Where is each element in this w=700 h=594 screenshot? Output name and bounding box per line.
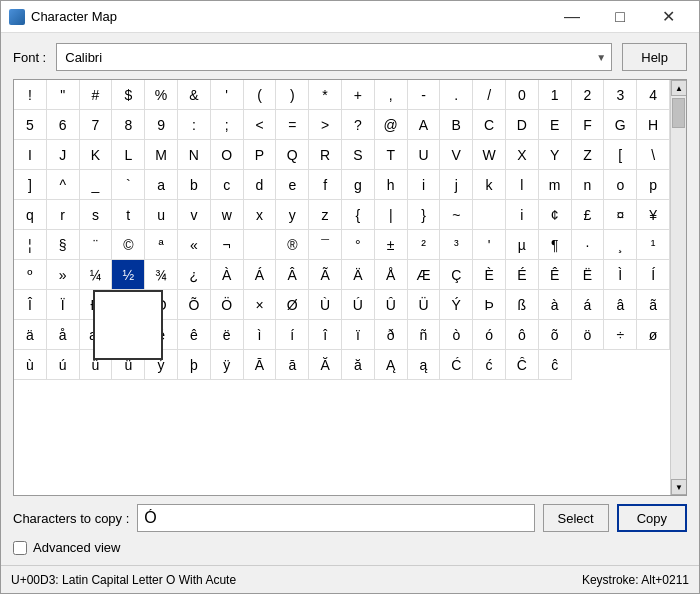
char-cell[interactable]: 2 xyxy=(572,80,605,110)
char-cell[interactable]: - xyxy=(408,80,441,110)
char-cell[interactable]: « xyxy=(178,230,211,260)
char-cell[interactable]: W xyxy=(473,140,506,170)
char-cell[interactable]: ³ xyxy=(440,230,473,260)
char-cell[interactable]: " xyxy=(47,80,80,110)
char-cell[interactable]: Ð xyxy=(80,290,113,320)
char-cell[interactable]: / xyxy=(473,80,506,110)
help-button[interactable]: Help xyxy=(622,43,687,71)
char-cell[interactable]: 8 xyxy=(112,110,145,140)
char-cell[interactable]: ð xyxy=(375,320,408,350)
char-cell[interactable]: Ă xyxy=(309,350,342,380)
char-cell[interactable]: F xyxy=(572,110,605,140)
char-cell[interactable]: ' xyxy=(473,230,506,260)
char-cell[interactable]: ? xyxy=(342,110,375,140)
char-cell[interactable]: Ë xyxy=(572,260,605,290)
char-cell[interactable]: @ xyxy=(375,110,408,140)
char-cell[interactable]: æ xyxy=(80,320,113,350)
char-cell[interactable]: A xyxy=(408,110,441,140)
char-cell[interactable]: l xyxy=(506,170,539,200)
char-cell[interactable]: ë xyxy=(211,320,244,350)
char-cell[interactable]: ÿ xyxy=(211,350,244,380)
char-cell[interactable]: · xyxy=(572,230,605,260)
char-cell[interactable]: S xyxy=(342,140,375,170)
char-cell[interactable]: Æ xyxy=(408,260,441,290)
char-cell[interactable]: á xyxy=(572,290,605,320)
char-cell[interactable]: ć xyxy=(473,350,506,380)
char-cell[interactable]: ø xyxy=(637,320,670,350)
char-cell[interactable]: ñ xyxy=(408,320,441,350)
char-cell[interactable]: ' xyxy=(211,80,244,110)
char-cell[interactable]: M xyxy=(145,140,178,170)
char-cell[interactable]: ý xyxy=(145,350,178,380)
char-cell[interactable]: O xyxy=(211,140,244,170)
char-cell[interactable]: ¹ xyxy=(637,230,670,260)
char-cell[interactable]: ô xyxy=(506,320,539,350)
char-cell[interactable]: o xyxy=(604,170,637,200)
char-cell[interactable]: [ xyxy=(604,140,637,170)
char-cell[interactable]: | xyxy=(375,200,408,230)
char-cell[interactable]: Ó xyxy=(145,290,178,320)
char-cell[interactable]: ° xyxy=(342,230,375,260)
char-cell[interactable]: B xyxy=(440,110,473,140)
char-cell[interactable]: w xyxy=(211,200,244,230)
char-cell[interactable]: ò xyxy=(440,320,473,350)
char-cell[interactable]: þ xyxy=(178,350,211,380)
char-cell[interactable]: ¿ xyxy=(178,260,211,290)
char-cell[interactable]: £ xyxy=(572,200,605,230)
char-cell[interactable]: # xyxy=(80,80,113,110)
char-cell[interactable]: ü xyxy=(112,350,145,380)
char-cell[interactable]: G xyxy=(604,110,637,140)
char-cell[interactable]: I xyxy=(14,140,47,170)
char-cell[interactable]: a xyxy=(145,170,178,200)
char-cell[interactable]: ¼ xyxy=(80,260,113,290)
select-button[interactable]: Select xyxy=(543,504,609,532)
char-cell[interactable]: À xyxy=(211,260,244,290)
char-cell[interactable]: ¾ xyxy=(145,260,178,290)
char-cell[interactable]: 9 xyxy=(145,110,178,140)
char-cell[interactable]: Ø xyxy=(276,290,309,320)
char-cell[interactable]: % xyxy=(145,80,178,110)
char-cell[interactable]: s xyxy=(80,200,113,230)
char-cell[interactable]: 7 xyxy=(80,110,113,140)
char-cell[interactable]: â xyxy=(604,290,637,320)
char-cell[interactable]: 5 xyxy=(14,110,47,140)
char-cell[interactable]: R xyxy=(309,140,342,170)
char-cell[interactable]: N xyxy=(178,140,211,170)
char-cell[interactable]: º xyxy=(14,260,47,290)
char-cell[interactable]: m xyxy=(539,170,572,200)
char-cell[interactable]: ú xyxy=(47,350,80,380)
char-cell[interactable]: Ñ xyxy=(112,290,145,320)
char-cell[interactable]: ä xyxy=(14,320,47,350)
char-cell[interactable]: d xyxy=(244,170,277,200)
char-cell[interactable]: ­ xyxy=(244,230,277,260)
char-cell[interactable]: ª xyxy=(145,230,178,260)
char-cell[interactable]: ! xyxy=(14,80,47,110)
char-cell[interactable]: ÷ xyxy=(604,320,637,350)
char-cell[interactable]: f xyxy=(309,170,342,200)
char-cell[interactable]: ¸ xyxy=(604,230,637,260)
char-cell[interactable]: H xyxy=(637,110,670,140)
char-cell[interactable]: g xyxy=(342,170,375,200)
char-cell[interactable]: . xyxy=(440,80,473,110)
char-cell[interactable]: Ê xyxy=(539,260,572,290)
char-cell[interactable]: ã xyxy=(637,290,670,320)
char-cell[interactable]: ó xyxy=(473,320,506,350)
char-cell[interactable]: ` xyxy=(112,170,145,200)
char-cell[interactable]: h xyxy=(375,170,408,200)
char-cell[interactable]: ± xyxy=(375,230,408,260)
char-cell[interactable]: , xyxy=(375,80,408,110)
char-cell[interactable]: + xyxy=(342,80,375,110)
char-cell[interactable]: V xyxy=(440,140,473,170)
char-cell[interactable]: y xyxy=(276,200,309,230)
char-cell[interactable]: Ä xyxy=(342,260,375,290)
scrollbar-thumb[interactable] xyxy=(672,98,685,128)
char-cell[interactable]: k xyxy=(473,170,506,200)
char-cell[interactable]: \ xyxy=(637,140,670,170)
char-cell[interactable]: ¶ xyxy=(539,230,572,260)
char-cell[interactable]: ; xyxy=(211,110,244,140)
char-cell[interactable]: r xyxy=(47,200,80,230)
char-cell[interactable]: t xyxy=(112,200,145,230)
char-cell[interactable]: ] xyxy=(14,170,47,200)
char-cell[interactable]: ~ xyxy=(440,200,473,230)
char-cell[interactable]: D xyxy=(506,110,539,140)
